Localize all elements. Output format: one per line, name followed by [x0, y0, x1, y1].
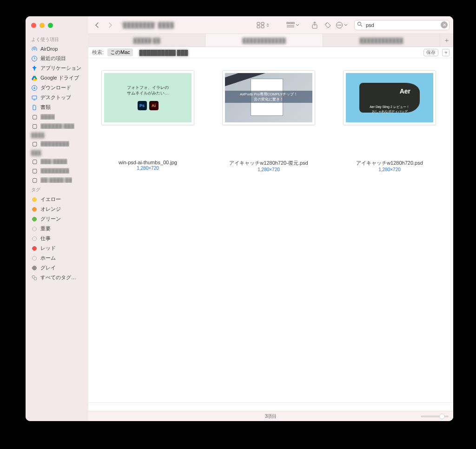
sidebar-item-label: Google ドライブ: [40, 74, 79, 81]
svg-line-23: [361, 25, 362, 27]
icon-size-slider[interactable]: [421, 415, 449, 417]
sidebar-item-redacted[interactable]: ▢████████: [26, 166, 88, 175]
new-tab-button[interactable]: ＋: [440, 34, 453, 47]
sidebar-tag-item[interactable]: ホーム: [26, 253, 88, 263]
group-by-selector[interactable]: [286, 22, 299, 28]
search-input[interactable]: [354, 20, 450, 30]
file-thumbnail: フォトフォ、イラレのサムネイルがみたい…PsAi: [101, 70, 194, 125]
file-item[interactable]: AirPods Pro専用COMPLYチップ！音の変化に驚き！アイキャッチw12…: [222, 70, 315, 172]
forward-button[interactable]: [105, 20, 115, 30]
view-mode-selector[interactable]: [257, 22, 270, 28]
sidebar-item-apps[interactable]: アプリケーション: [26, 63, 88, 73]
tag-label: グリーン: [40, 215, 61, 222]
tab[interactable]: ████████████: [205, 34, 323, 47]
chevron-down-icon: [296, 23, 299, 27]
sidebar-item-redacted[interactable]: ▢████████: [26, 139, 88, 148]
drive-icon: ▢: [31, 168, 38, 174]
sidebar-item-airdrop[interactable]: AirDrop: [26, 44, 88, 54]
file-thumbnail: AerAer Day Sling 2 レビュー！おしゃれなボディバッグ: [343, 70, 436, 125]
sidebar-item-redacted[interactable]: ▢████: [26, 112, 88, 121]
doc-icon: [31, 104, 38, 111]
zoom-window-button[interactable]: [48, 23, 53, 28]
folder-icon: ▢: [31, 123, 38, 129]
drive-icon: ▢: [31, 158, 38, 165]
tab-label: █████ ██: [133, 38, 160, 43]
airdrop-icon: [31, 46, 38, 52]
sidebar-item-redacted[interactable]: ▢███ ████: [26, 157, 88, 166]
svg-rect-7: [257, 22, 260, 25]
download-icon: [31, 85, 38, 91]
tag-dot-icon: [31, 235, 38, 242]
file-thumbnail: AirPods Pro専用COMPLYチップ！音の変化に驚き！: [222, 70, 315, 125]
close-window-button[interactable]: [31, 23, 36, 28]
item-count: 3項目: [265, 413, 277, 420]
file-dimensions: 1,280×720: [378, 167, 401, 172]
tag-label: レッド: [40, 245, 56, 252]
sidebar-item-download[interactable]: ダウンロード: [26, 83, 88, 93]
svg-rect-3: [32, 96, 37, 99]
tag-dot-icon: [31, 196, 38, 203]
tag-label: オレンジ: [40, 206, 61, 213]
main-pane: "████████" ████: [88, 16, 453, 421]
apps-icon: [31, 65, 38, 72]
clear-search-button[interactable]: ✕: [441, 21, 448, 28]
tag-dot-icon: [31, 206, 38, 213]
folder-icon: ▢: [31, 141, 38, 147]
sidebar-tag-item[interactable]: 重要: [26, 224, 88, 234]
tag-label: すべてのタグ…: [40, 274, 76, 281]
share-button[interactable]: [310, 20, 320, 30]
sidebar-section-header-redacted: ████: [26, 131, 88, 139]
sidebar-tag-item[interactable]: すべてのタグ…: [26, 273, 88, 282]
file-item[interactable]: フォトフォ、イラレのサムネイルがみたい…PsAiwin-psd-ai-thumb…: [101, 70, 194, 172]
svg-point-20: [339, 25, 340, 26]
file-item[interactable]: AerAer Day Sling 2 レビュー！おしゃれなボディバッグアイキャッ…: [343, 70, 436, 172]
back-button[interactable]: [92, 20, 102, 30]
svg-rect-9: [257, 26, 260, 28]
sidebar-item-doc[interactable]: 書類: [26, 102, 88, 112]
sidebar-tag-item[interactable]: 仕事: [26, 234, 88, 243]
file-grid[interactable]: フォトフォ、イラレのサムネイルがみたい…PsAiwin-psd-ai-thumb…: [88, 58, 453, 402]
sidebar-item-desktop[interactable]: デスクトップ: [26, 93, 88, 102]
sidebar-item-redacted[interactable]: ▢██ ████ ██: [26, 175, 88, 185]
tab[interactable]: █████ ██: [88, 34, 205, 47]
tab[interactable]: ████████████: [323, 34, 440, 47]
sidebar-item-gdrive[interactable]: Google ドライブ: [26, 73, 88, 83]
scope-option-redacted[interactable]: ██████████ ███: [137, 49, 191, 56]
sidebar-favorites-header: よく使う項目: [26, 34, 88, 44]
add-search-criteria-button[interactable]: ＋: [442, 49, 450, 56]
sidebar-tag-item[interactable]: レッド: [26, 243, 88, 253]
svg-rect-12: [290, 22, 291, 24]
tag-dot-icon: [31, 245, 38, 252]
gdrive-icon: [31, 75, 38, 81]
sidebar-tag-item[interactable]: グレイ: [26, 263, 88, 273]
tag-dot-icon: [31, 255, 38, 261]
file-name: アイキャッチw1280h720-復元.psd: [229, 160, 308, 167]
minimize-window-button[interactable]: [40, 23, 45, 28]
sidebar-section-header-redacted: ███: [26, 148, 88, 157]
window-body: よく使う項目 AirDrop最近の項目アプリケーションGoogle ドライブダウ…: [26, 16, 453, 421]
sidebar: よく使う項目 AirDrop最近の項目アプリケーションGoogle ドライブダウ…: [26, 16, 88, 421]
sidebar-item-clock[interactable]: 最近の項目: [26, 54, 88, 63]
finder-window: よく使う項目 AirDrop最近の項目アプリケーションGoogle ドライブダウ…: [26, 16, 453, 421]
tag-button[interactable]: [323, 20, 333, 30]
chevron-updown-icon: [266, 23, 270, 27]
save-search-button[interactable]: 保存: [423, 49, 438, 56]
tag-label: イエロー: [40, 196, 61, 203]
action-menu-button[interactable]: [336, 21, 348, 29]
sidebar-tag-item[interactable]: オレンジ: [26, 204, 88, 214]
sidebar-tag-item[interactable]: グリーン: [26, 214, 88, 224]
search-field[interactable]: ✕: [354, 20, 450, 30]
svg-rect-8: [261, 22, 264, 25]
sidebar-item-redacted[interactable]: ▢██████ ███: [26, 121, 88, 131]
clock-icon: [31, 55, 38, 62]
tab-label: ████████████: [360, 38, 403, 43]
scope-this-mac[interactable]: このMac: [107, 48, 133, 56]
tag-label: 重要: [40, 225, 51, 232]
sidebar-tag-item[interactable]: イエロー: [26, 194, 88, 204]
svg-rect-11: [287, 22, 289, 24]
svg-rect-13: [292, 22, 294, 24]
tag-dot-icon: [31, 216, 38, 222]
folder-icon: ▢: [31, 114, 38, 120]
status-bar: 3項目: [88, 411, 453, 421]
svg-point-6: [34, 277, 37, 280]
